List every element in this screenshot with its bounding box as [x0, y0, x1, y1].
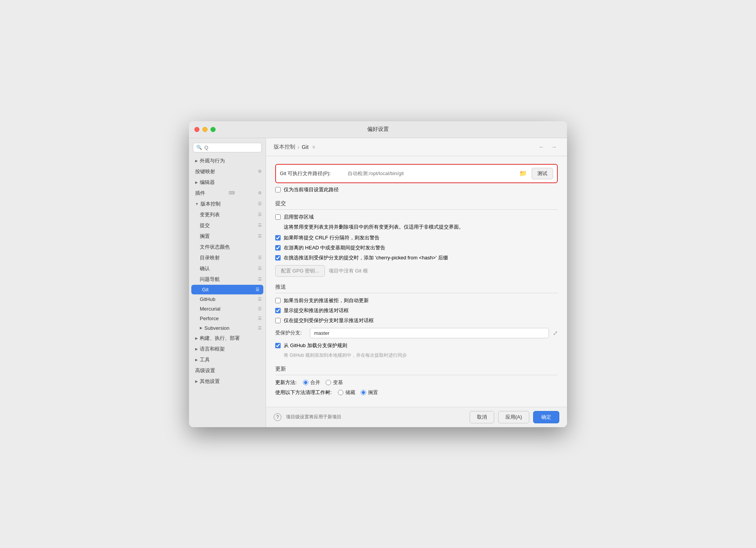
protected-only-label: 仅在提交到受保护分支时显示推送对话框: [284, 317, 374, 324]
sidebar-item-filecolor[interactable]: 文件状态颜色: [189, 242, 266, 252]
clean-method-label: 使用以下方法清理工作树:: [275, 389, 332, 396]
only-project-checkbox[interactable]: [275, 187, 281, 192]
sidebar-item-vcs[interactable]: 版本控制 ☰: [189, 199, 266, 209]
github-icon: ☰: [258, 297, 262, 302]
right-panel: 版本控制 › Git ≡ ← → Git 可执行文件路径(P): 📁: [266, 138, 567, 427]
sidebar-item-label: GitHub: [200, 296, 215, 302]
sidebar-item-tools[interactable]: 工具: [189, 354, 266, 365]
sidebar-item-advanced[interactable]: 高级设置: [189, 365, 266, 376]
search-input[interactable]: [204, 145, 258, 150]
breadcrumb-separator: ›: [298, 144, 299, 150]
sidebar-item-label: 目录映射: [200, 254, 220, 261]
search-icon: 🔍: [196, 145, 202, 150]
sidebar-item-label: 插件: [195, 190, 205, 197]
staging-row: 启用暂存区域: [275, 214, 558, 221]
sidebar-item-label: 变更列表: [200, 211, 220, 218]
rebase-radio-label: 变基: [326, 379, 343, 386]
help-button[interactable]: ?: [274, 413, 281, 421]
apply-button[interactable]: 应用(A): [498, 411, 529, 423]
sidebar-item-dirmap[interactable]: 目录映射 ☰: [189, 252, 266, 263]
sidebar-item-build[interactable]: 构建、执行、部署: [189, 333, 266, 344]
staging-checkbox[interactable]: [275, 214, 281, 220]
branch-input[interactable]: [310, 328, 549, 338]
merge-label: 合并: [310, 379, 320, 386]
cancel-button[interactable]: 取消: [470, 411, 494, 423]
warn-detach-wrap: 在游离的 HEAD 中或变基期间提交时发出警告: [275, 244, 385, 251]
forward-button[interactable]: →: [549, 143, 559, 151]
sidebar-item-subversion[interactable]: Subversion ☰: [189, 323, 266, 333]
sidebar-item-label: Mercurial: [200, 306, 220, 312]
cherry-pick-row: 在挑选推送到受保护分支的提交时，添加 'cherry-picked from <…: [275, 254, 558, 261]
sidebar-item-label: 版本控制: [201, 200, 221, 207]
auto-update-checkbox[interactable]: [275, 298, 281, 303]
github-rule-checkbox[interactable]: [275, 343, 281, 348]
sidebar-item-confirm[interactable]: 确认 ☰: [189, 263, 266, 274]
search-box[interactable]: 🔍: [193, 143, 262, 152]
sidebar-item-label: 语言和框架: [200, 346, 225, 353]
sidebar-item-label: 编辑器: [200, 179, 215, 186]
stash-label: 储藏: [345, 389, 355, 396]
clean-method-row: 使用以下方法清理工作树: 储藏 搁置: [275, 389, 558, 396]
expand-icon[interactable]: ⤢: [553, 329, 558, 337]
show-dialog-label: 显示提交和推送的推送对话框: [284, 307, 349, 314]
subversion-icon: ☰: [258, 326, 262, 331]
test-button[interactable]: 测试: [532, 168, 553, 179]
stash-radio-label: 储藏: [338, 389, 355, 396]
close-button[interactable]: [194, 127, 199, 132]
breadcrumb-git: Git: [302, 144, 309, 150]
sidebar-item-other[interactable]: 其他设置: [189, 376, 266, 387]
sidebar-item-label: 高级设置: [195, 367, 215, 374]
clean-method-radios: 储藏 搁置: [338, 389, 378, 396]
warn-crlf-wrap: 如果即将提交 CRLF 行分隔符，则发出警告: [275, 234, 380, 241]
sidebar-item-label: 构建、执行、部署: [200, 335, 240, 342]
sidebar-item-keymap[interactable]: 按键映射 ⚙: [189, 166, 266, 177]
sidebar-item-issuenav[interactable]: 问题导航 ☰: [189, 274, 266, 285]
settings-icon: ⚙: [258, 169, 262, 174]
warn-detach-checkbox[interactable]: [275, 245, 281, 251]
sidebar-item-label: Git: [202, 287, 209, 292]
git-path-input-wrap: 📁: [346, 170, 527, 177]
sidebar-item-editor[interactable]: 编辑器: [189, 177, 266, 188]
back-button[interactable]: ←: [536, 143, 547, 151]
show-dialog-wrap: 显示提交和推送的推送对话框: [275, 307, 349, 314]
stash-radio[interactable]: [338, 390, 343, 395]
sidebar-item-git[interactable]: Git ☰: [191, 285, 263, 294]
dirmap-icon: ☰: [258, 255, 262, 260]
sidebar-item-perforce[interactable]: Perforce ☰: [189, 314, 266, 323]
protected-only-checkbox[interactable]: [275, 318, 281, 323]
cherry-pick-checkbox[interactable]: [275, 255, 281, 261]
gpg-note: 项目中没有 Git 根: [329, 267, 368, 274]
staging-label: 启用暂存区域: [284, 214, 314, 221]
warn-crlf-checkbox[interactable]: [275, 235, 281, 241]
update-method-label: 更新方法:: [275, 379, 297, 386]
sidebar-item-github[interactable]: GitHub ☰: [189, 294, 266, 304]
confirm-icon: ☰: [258, 266, 262, 271]
sidebar-item-plugins[interactable]: 插件 ⌨ ⚙: [189, 188, 266, 199]
show-dialog-checkbox[interactable]: [275, 308, 281, 313]
ok-button[interactable]: 确定: [533, 411, 559, 423]
maximize-button[interactable]: [211, 127, 216, 132]
breadcrumb-vcs: 版本控制: [274, 144, 295, 150]
sidebar-item-mercurial[interactable]: Mercurial ☰: [189, 304, 266, 314]
gpg-button[interactable]: 配置 GPG 密钥...: [275, 265, 325, 277]
window-title: 偏好设置: [367, 126, 389, 133]
protected-only-row: 仅在提交到受保护分支时显示推送对话框: [275, 317, 558, 324]
warn-detach-label: 在游离的 HEAD 中或变基期间提交时发出警告: [284, 244, 385, 251]
git-path-input[interactable]: [346, 170, 518, 177]
sidebar-item-label: Subversion: [204, 325, 229, 331]
sidebar-item-appearance[interactable]: 外观与行为: [189, 155, 266, 166]
sidebar-item-commit[interactable]: 提交 ☰: [189, 220, 266, 231]
sidebar-item-shelf[interactable]: 搁置 ☰: [189, 231, 266, 242]
merge-radio[interactable]: [303, 380, 308, 385]
sidebar-item-lang[interactable]: 语言和框架: [189, 344, 266, 354]
github-rule-wrap: 从 GitHub 加载分支保护规则: [275, 342, 347, 349]
cherry-pick-label: 在挑选推送到受保护分支的提交时，添加 'cherry-picked from <…: [284, 254, 448, 261]
sidebar: 🔍 外观与行为 按键映射 ⚙ 编辑器 插件 ⌨ ⚙ 版本控制 ☰: [189, 138, 266, 427]
branch-label: 受保护分支:: [275, 329, 306, 336]
rebase-radio[interactable]: [326, 380, 331, 385]
minimize-button[interactable]: [202, 127, 207, 132]
folder-icon[interactable]: 📁: [519, 170, 527, 177]
sidebar-item-changelists[interactable]: 变更列表 ☰: [189, 209, 266, 220]
shelve-radio[interactable]: [361, 390, 366, 395]
changelists-icon: ☰: [258, 212, 262, 217]
